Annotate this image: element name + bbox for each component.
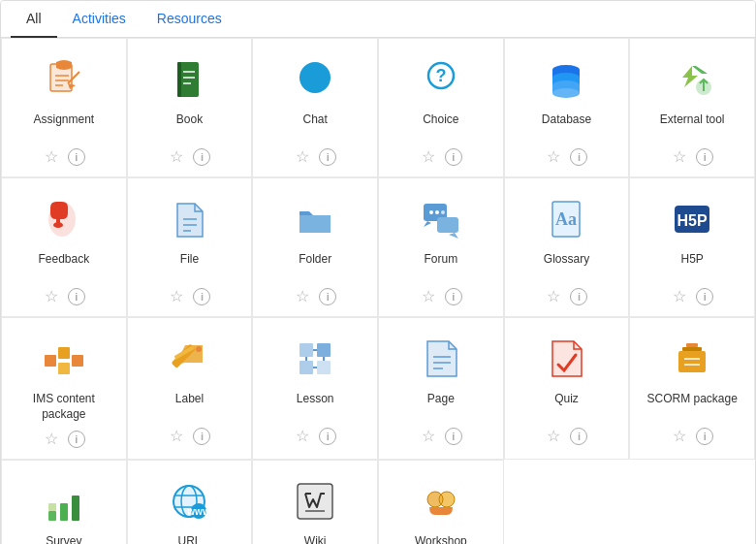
workshop-label: Workshop — [415, 534, 467, 544]
ims-content-star-button[interactable]: ☆ — [43, 430, 60, 449]
h5p-label: H5P — [680, 252, 703, 279]
activity-cell-folder[interactable]: Folder☆i — [252, 177, 378, 317]
scorm-star-button[interactable]: ☆ — [671, 427, 688, 446]
database-label: Database — [542, 112, 591, 140]
activity-cell-choice[interactable]: ? Choice☆i — [378, 38, 504, 177]
ims-content-icon — [39, 334, 89, 384]
svg-rect-65 — [72, 496, 79, 521]
activity-cell-survey[interactable]: Survey☆i — [1, 460, 127, 544]
lesson-info-button[interactable]: i — [319, 428, 336, 445]
ims-content-info-button[interactable]: i — [68, 431, 85, 448]
svg-rect-49 — [317, 343, 331, 357]
svg-point-26 — [53, 222, 63, 228]
activity-grid: Assignment☆i Book☆i Chat☆i ? Choice☆i Da… — [1, 38, 755, 544]
svg-point-46 — [196, 346, 202, 352]
activity-cell-assignment[interactable]: Assignment☆i — [1, 38, 127, 177]
scorm-label: SCORM package — [646, 392, 737, 419]
assignment-label: Assignment — [33, 112, 94, 140]
activity-cell-external-tool[interactable]: External tool☆i — [629, 38, 755, 177]
activity-cell-forum[interactable]: Forum☆i — [378, 177, 504, 317]
h5p-info-button[interactable]: i — [696, 288, 713, 305]
quiz-label: Quiz — [554, 392, 579, 419]
activity-cell-glossary[interactable]: Aa Glossary☆i — [504, 177, 630, 317]
svg-point-32 — [429, 210, 433, 214]
book-info-button[interactable]: i — [193, 148, 210, 166]
page-info-button[interactable]: i — [445, 428, 462, 445]
chat-star-button[interactable]: ☆ — [294, 147, 311, 167]
glossary-info-button[interactable]: i — [570, 288, 587, 305]
lesson-star-button[interactable]: ☆ — [294, 427, 311, 446]
external-tool-label: External tool — [660, 112, 725, 140]
lesson-label: Lesson — [297, 392, 334, 419]
file-star-button[interactable]: ☆ — [168, 287, 185, 306]
file-info-button[interactable]: i — [193, 288, 210, 305]
label-label: Label — [175, 392, 204, 419]
svg-rect-50 — [317, 361, 331, 374]
forum-info-button[interactable]: i — [445, 288, 462, 305]
assignment-info-button[interactable]: i — [68, 148, 85, 166]
activity-cell-book[interactable]: Book☆i — [127, 38, 253, 177]
glossary-star-button[interactable]: ☆ — [545, 287, 562, 306]
activity-cell-h5p[interactable]: H5P H5P☆i — [629, 177, 755, 317]
svg-text:?: ? — [435, 66, 446, 85]
chat-info-button[interactable]: i — [319, 148, 336, 166]
ims-content-label: IMS content package — [10, 392, 118, 422]
activity-cell-ims-content[interactable]: IMS content package☆i — [1, 317, 127, 460]
file-label: File — [180, 252, 199, 279]
choice-star-button[interactable]: ☆ — [420, 147, 437, 167]
folder-label: Folder — [299, 252, 331, 279]
h5p-star-button[interactable]: ☆ — [671, 287, 688, 306]
lesson-icon — [290, 334, 340, 384]
database-icon — [541, 54, 591, 105]
activity-cell-scorm[interactable]: SCORM package☆i — [629, 317, 755, 460]
svg-rect-63 — [48, 511, 56, 521]
database-star-button[interactable]: ☆ — [545, 147, 562, 167]
svg-point-22 — [552, 88, 580, 98]
quiz-star-button[interactable]: ☆ — [545, 427, 562, 446]
activity-cell-chat[interactable]: Chat☆i — [252, 38, 378, 177]
book-star-button[interactable]: ☆ — [168, 147, 185, 167]
assignment-star-button[interactable]: ☆ — [43, 147, 60, 167]
scorm-icon — [667, 334, 717, 384]
folder-star-button[interactable]: ☆ — [294, 287, 311, 306]
choice-info-button[interactable]: i — [445, 148, 462, 166]
activity-cell-feedback[interactable]: Feedback☆i — [1, 177, 127, 317]
svg-rect-41 — [58, 347, 70, 359]
label-info-button[interactable]: i — [193, 428, 210, 445]
svg-point-33 — [435, 210, 439, 214]
external-tool-info-button[interactable]: i — [696, 148, 713, 166]
activity-cell-workshop[interactable]: Workshop☆i — [378, 460, 504, 544]
feedback-icon — [39, 194, 89, 244]
activity-cell-database[interactable]: Database☆i — [504, 38, 630, 177]
folder-info-button[interactable]: i — [319, 288, 336, 305]
activity-cell-quiz[interactable]: Quiz☆i — [504, 317, 630, 460]
external-tool-star-button[interactable]: ☆ — [671, 147, 688, 167]
feedback-info-button[interactable]: i — [68, 288, 85, 305]
svg-rect-43 — [58, 363, 70, 374]
glossary-label: Glossary — [544, 252, 589, 279]
activity-cell-url[interactable]: www URL☆i — [127, 460, 253, 544]
activity-cell-label[interactable]: Label☆i — [127, 317, 253, 460]
svg-rect-64 — [60, 503, 68, 521]
svg-rect-6 — [177, 62, 181, 97]
feedback-star-button[interactable]: ☆ — [43, 287, 60, 306]
page-star-button[interactable]: ☆ — [420, 427, 437, 446]
file-icon — [164, 194, 214, 244]
tab-activities[interactable]: Activities — [57, 1, 142, 38]
tab-all[interactable]: All — [11, 1, 57, 38]
scorm-info-button[interactable]: i — [696, 428, 713, 445]
activity-cell-file[interactable]: File☆i — [127, 177, 253, 317]
activity-cell-lesson[interactable]: Lesson☆i — [252, 317, 378, 460]
database-info-button[interactable]: i — [570, 148, 587, 166]
forum-star-button[interactable]: ☆ — [420, 287, 437, 306]
activity-picker: All Activities Resources Assignment☆i Bo… — [0, 0, 756, 544]
label-star-button[interactable]: ☆ — [168, 427, 185, 446]
tab-resources[interactable]: Resources — [142, 1, 237, 38]
chat-label: Chat — [302, 112, 327, 140]
quiz-info-button[interactable]: i — [570, 428, 587, 445]
choice-label: Choice — [423, 112, 458, 140]
activity-cell-page[interactable]: Page☆i — [378, 317, 504, 460]
activity-cell-wiki[interactable]: Wiki☆i — [252, 460, 378, 544]
glossary-icon: Aa — [541, 194, 591, 244]
svg-rect-59 — [682, 347, 702, 351]
